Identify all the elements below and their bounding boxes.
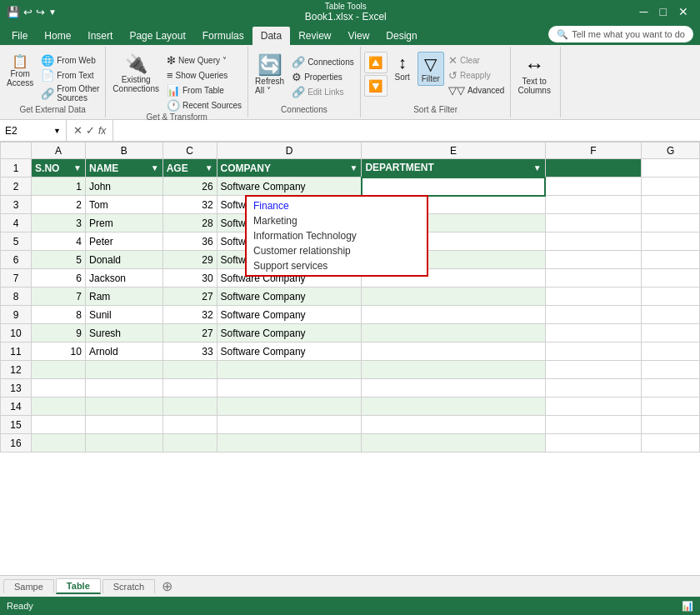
save-icon[interactable]: 💾 — [7, 6, 20, 18]
cell-b15[interactable] — [85, 416, 162, 434]
autocomplete-dropdown[interactable]: Finance Marketing Information Technology… — [245, 195, 428, 277]
tab-view[interactable]: View — [340, 27, 378, 45]
qat-more-icon[interactable]: ▼ — [48, 8, 57, 17]
cell-a6[interactable]: 5 — [32, 251, 86, 269]
from-web-btn[interactable]: 🌐 From Web — [38, 53, 102, 68]
cell-g7[interactable] — [642, 269, 700, 288]
cell-d14[interactable] — [217, 398, 362, 416]
cell-g9[interactable] — [642, 306, 700, 324]
filter-btn[interactable]: ▽ Filter — [418, 52, 444, 86]
existing-connections-btn[interactable]: 🔌 ExistingConnections — [109, 52, 162, 95]
cell-ref-dropdown-icon[interactable]: ▼ — [53, 127, 61, 135]
cell-b3[interactable]: Tom — [85, 196, 162, 214]
cell-e1[interactable]: DEPARTMENT ▼ — [362, 159, 545, 178]
tab-insert[interactable]: Insert — [79, 27, 121, 45]
filter-name-icon[interactable]: ▼ — [151, 163, 159, 172]
cell-b16[interactable] — [85, 434, 162, 452]
cell-c7[interactable]: 30 — [162, 269, 217, 288]
cell-g8[interactable] — [642, 288, 700, 306]
cell-c10[interactable]: 27 — [162, 324, 217, 342]
cell-c9[interactable]: 32 — [162, 306, 217, 324]
cell-a1[interactable]: S.NO ▼ — [32, 159, 86, 178]
sort-btn[interactable]: ↕ Sort — [389, 52, 416, 83]
from-access-btn[interactable]: 📋 FromAccess — [3, 52, 37, 89]
cell-b6[interactable]: Donald — [85, 251, 162, 269]
cell-f16[interactable] — [545, 434, 642, 452]
cell-f14[interactable] — [545, 398, 642, 416]
cell-b4[interactable]: Prem — [85, 214, 162, 232]
tab-page-layout[interactable]: Page Layout — [121, 27, 193, 45]
cell-e14[interactable] — [362, 398, 545, 416]
dropdown-item-customer-rel[interactable]: Customer relationship — [247, 243, 427, 258]
cell-c4[interactable]: 28 — [162, 214, 217, 232]
cell-g11[interactable] — [642, 342, 700, 361]
col-header-e[interactable]: E — [362, 142, 545, 159]
confirm-icon[interactable]: ✓ — [86, 124, 95, 137]
cell-f6[interactable] — [545, 251, 642, 269]
cell-g2[interactable] — [642, 178, 700, 196]
col-header-c[interactable]: C — [162, 142, 217, 159]
cell-f8[interactable] — [545, 288, 642, 306]
col-header-d[interactable]: D — [217, 142, 362, 159]
cell-b11[interactable]: Arnold — [85, 342, 162, 361]
cell-c15[interactable] — [162, 416, 217, 434]
cell-f9[interactable] — [545, 306, 642, 324]
minimize-btn[interactable]: ─ — [635, 5, 653, 18]
cell-a2[interactable]: 1 — [32, 178, 86, 196]
tab-formulas[interactable]: Formulas — [194, 27, 252, 45]
cell-b10[interactable]: Suresh — [85, 324, 162, 342]
properties-btn[interactable]: ⚙ Properties — [289, 70, 357, 84]
cell-b8[interactable]: Ram — [85, 288, 162, 306]
cell-a7[interactable]: 6 — [32, 269, 86, 288]
cell-c16[interactable] — [162, 434, 217, 452]
cell-g13[interactable] — [642, 379, 700, 398]
cell-b12[interactable] — [85, 361, 162, 379]
close-btn[interactable]: ✕ — [673, 5, 693, 18]
cell-b5[interactable]: Peter — [85, 232, 162, 251]
cell-c13[interactable] — [162, 379, 217, 398]
undo-icon[interactable]: ↩ — [23, 6, 32, 18]
cell-a3[interactable]: 2 — [32, 196, 86, 214]
cell-b13[interactable] — [85, 379, 162, 398]
cell-b9[interactable]: Sunil — [85, 306, 162, 324]
dropdown-item-support[interactable]: Support services — [247, 258, 427, 273]
cell-d1[interactable]: COMPANY ▼ — [217, 159, 362, 178]
refresh-all-btn[interactable]: 🔄 RefreshAll ˅ — [252, 52, 288, 97]
sort-az-btn[interactable]: 🔼 — [364, 52, 388, 73]
cell-g3[interactable] — [642, 196, 700, 214]
cell-d12[interactable] — [217, 361, 362, 379]
cell-e16[interactable] — [362, 434, 545, 452]
advanced-btn[interactable]: ▽▽ Advanced — [446, 83, 507, 98]
cell-d2[interactable]: Software Company — [217, 178, 362, 196]
cell-c2[interactable]: 26 — [162, 178, 217, 196]
cell-a12[interactable] — [32, 361, 86, 379]
cell-d15[interactable] — [217, 416, 362, 434]
cell-e8[interactable] — [362, 288, 545, 306]
cell-f12[interactable] — [545, 361, 642, 379]
tab-review[interactable]: Review — [290, 27, 339, 45]
dropdown-item-marketing[interactable]: Marketing — [247, 213, 427, 228]
text-to-columns-btn[interactable]: ↔ Text toColumns — [514, 52, 553, 97]
cell-c5[interactable]: 36 — [162, 232, 217, 251]
filter-age-icon[interactable]: ▼ — [205, 163, 213, 172]
cell-f4[interactable] — [545, 214, 642, 232]
cell-g14[interactable] — [642, 398, 700, 416]
cell-f3[interactable] — [545, 196, 642, 214]
cell-f15[interactable] — [545, 416, 642, 434]
cell-a10[interactable]: 9 — [32, 324, 86, 342]
formula-input[interactable] — [113, 120, 700, 141]
from-table-btn[interactable]: 📊 From Table — [164, 83, 244, 98]
sort-za-btn[interactable]: 🔽 — [364, 75, 388, 97]
tab-home[interactable]: Home — [36, 27, 79, 45]
fx-icon[interactable]: fx — [98, 125, 106, 137]
cell-c11[interactable]: 33 — [162, 342, 217, 361]
tab-data[interactable]: Data — [252, 27, 290, 45]
cell-d8[interactable]: Software Company — [217, 288, 362, 306]
cell-g4[interactable] — [642, 214, 700, 232]
cell-a14[interactable] — [32, 398, 86, 416]
clear-btn[interactable]: ✕ Clear — [446, 53, 507, 68]
cell-g16[interactable] — [642, 434, 700, 452]
cell-f1[interactable] — [545, 159, 642, 178]
col-header-a[interactable]: A — [32, 142, 86, 159]
col-header-b[interactable]: B — [85, 142, 162, 159]
